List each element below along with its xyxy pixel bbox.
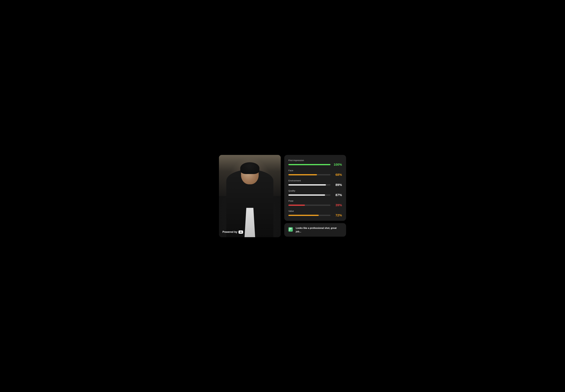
metric-bar-row-pose: 39% (288, 203, 342, 207)
photo-background (219, 155, 281, 237)
metric-label-value: Value (288, 210, 342, 212)
bar-track-quality (288, 195, 330, 196)
metric-value-environment: 89% (332, 183, 342, 187)
bar-fill-environment (288, 184, 326, 185)
metric-bar-row-first-impression: 100% (288, 163, 342, 167)
bar-fill-face (288, 174, 317, 175)
bar-fill-pose (288, 205, 305, 206)
metric-bar-row-environment: 89% (288, 183, 342, 187)
metric-bar-row-value: 72% (288, 213, 342, 217)
flag-icon (288, 227, 293, 232)
metric-row-pose: Pose39% (288, 200, 342, 207)
powered-by-badge: Powered by AI (223, 230, 243, 234)
metric-row-environment: Environment89% (288, 179, 342, 187)
metric-bar-row-face: 68% (288, 173, 342, 177)
metric-label-first-impression: First impression (288, 159, 342, 162)
metric-value-pose: 39% (332, 203, 342, 207)
metric-bar-row-quality: 87% (288, 193, 342, 197)
metric-label-quality: Quality (288, 189, 342, 192)
metric-row-face: Face68% (288, 169, 342, 177)
svg-rect-1 (288, 227, 293, 232)
metric-row-quality: Quality87% (288, 189, 342, 197)
comment-text: Looks like a professional shot, great jo… (296, 226, 342, 233)
bar-track-face (288, 174, 330, 175)
ai-badge: AI (238, 230, 243, 234)
metric-value-first-impression: 100% (332, 163, 342, 167)
metric-label-face: Face (288, 169, 342, 172)
main-container: Powered by AI First impression100%Face68… (210, 146, 355, 246)
metric-value-face: 68% (332, 173, 342, 177)
metric-label-pose: Pose (288, 200, 342, 202)
bar-fill-first-impression (288, 164, 330, 165)
metric-label-environment: Environment (288, 179, 342, 182)
metric-row-value: Value72% (288, 210, 342, 217)
photo-card: Powered by AI (219, 155, 281, 237)
metric-value-quality: 87% (332, 193, 342, 197)
bar-fill-quality (288, 195, 325, 196)
right-panel: First impression100%Face68%Environment89… (284, 155, 346, 237)
bar-track-value (288, 215, 330, 216)
photo-person-hair (240, 162, 259, 174)
bar-track-environment (288, 184, 330, 185)
metric-value-value: 72% (332, 213, 342, 217)
metric-row-first-impression: First impression100% (288, 159, 342, 167)
bar-fill-value (288, 215, 319, 216)
bar-track-first-impression (288, 164, 330, 165)
powered-by-label: Powered by (223, 230, 237, 234)
metrics-card: First impression100%Face68%Environment89… (284, 155, 346, 221)
bar-track-pose (288, 205, 330, 206)
comment-card: Looks like a professional shot, great jo… (284, 223, 346, 237)
